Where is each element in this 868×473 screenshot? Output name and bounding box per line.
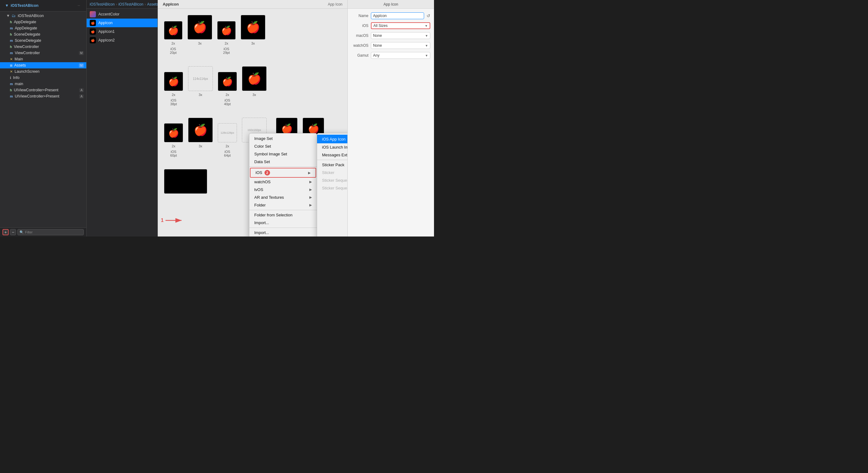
project-icon: ▼ xyxy=(5,3,9,8)
icon-row-1: 🍎 2x 🍎 3x 🍎 2x xyxy=(164,15,266,45)
breadcrumb-item-3[interactable]: Assets xyxy=(147,2,158,6)
menu-label: Sticker Pack xyxy=(322,162,344,167)
icon-cell-3x-a: 🍎 3x xyxy=(187,15,212,45)
icon-box-placeholder[interactable]: 128x128px xyxy=(218,123,237,142)
menu-item-watchos[interactable]: tvOS ▶ xyxy=(249,186,317,194)
icon-box[interactable]: 🍎 xyxy=(218,72,237,91)
icon-cell-2x-e: 🍎 2x xyxy=(164,123,183,148)
menu-item-symbolimageset[interactable]: Symbol Image Set xyxy=(249,150,317,158)
sidebar-item-launchscreen[interactable]: ✕ LaunchScreen xyxy=(0,68,86,75)
menu-item-colorset[interactable]: Color Set xyxy=(249,142,317,150)
sidebar-item-scenedelegate-m[interactable]: m SceneDelegate xyxy=(0,37,86,43)
menu-item-imageset[interactable]: Image Set xyxy=(249,135,317,142)
menu-item-macos[interactable]: watchOS ▶ xyxy=(249,178,317,186)
macos-select[interactable]: None ▼ xyxy=(371,32,430,39)
menu-label: Sticker Sequence xyxy=(322,178,347,183)
size-hint3: 192x192px xyxy=(247,128,261,131)
asset-item-appicon2[interactable]: 🍎 AppIcon2 xyxy=(87,36,157,45)
filter-box: 🔍 Filter xyxy=(17,229,84,235)
gamut-select[interactable]: Any ▼ xyxy=(371,52,430,59)
refresh-icon[interactable]: ↺ xyxy=(427,13,430,18)
asset-item-appicon1[interactable]: 🍎 AppIcon1 xyxy=(87,27,157,36)
sidebar-item-uiviewcontroller-m[interactable]: m UIViewController+Present A xyxy=(0,93,86,99)
menu-item-dataset[interactable]: Data Set xyxy=(249,158,317,166)
icon-box[interactable]: 🍎 xyxy=(242,66,267,91)
icon-box[interactable]: 🍎 xyxy=(188,118,213,142)
menu-item-tvos[interactable]: AR and Textures ▶ xyxy=(249,194,317,201)
dropdown-arrow-icon: ▼ xyxy=(425,24,428,28)
menu-label: Sticker Sequence Frame xyxy=(322,186,347,190)
submenu-item-stickersequence: Sticker Sequence xyxy=(317,176,347,184)
breadcrumb-item-2[interactable]: iOSTestABIcon xyxy=(119,2,144,6)
submenu-item-stickerpack[interactable]: Sticker Pack xyxy=(317,161,347,169)
icon-box-wide[interactable] xyxy=(164,169,207,194)
remove-button[interactable]: − xyxy=(10,229,16,235)
size-group-ios64: iOS 64pt xyxy=(218,150,237,157)
menu-label: Image Set xyxy=(254,136,273,141)
menu-label: AR and Textures xyxy=(254,195,284,200)
ios-label3: iOS xyxy=(164,98,183,102)
dropdown-arrow-icon3: ▼ xyxy=(425,44,428,47)
icon-box-placeholder[interactable]: 114x114px xyxy=(188,66,213,91)
sidebar-label: SceneDelegate xyxy=(15,38,41,43)
sidebar-item-uiviewcontroller-h[interactable]: h UIViewController+Present A xyxy=(0,87,86,93)
menu-item-ios[interactable]: iOS 2 ▶ xyxy=(250,168,316,178)
sidebar-item-project[interactable]: ▼ iOSTestABIcon xyxy=(4,2,83,9)
sidebar-item-assets[interactable]: ⊞ Assets M xyxy=(0,62,86,68)
apple-logo-icon: 🍎 xyxy=(193,21,207,34)
menu-item-folder[interactable]: Folder from Selection xyxy=(249,211,317,219)
sidebar-item-appdelegate-m[interactable]: m AppDelegate xyxy=(0,25,86,31)
sidebar-content: ▼ 🗂 iOSTestABIcon h AppDelegate m AppDel… xyxy=(0,11,86,228)
sidebar-item-viewcontroller-m[interactable]: m ViewController M xyxy=(0,50,86,56)
icon-scale-label: 3x xyxy=(198,144,202,148)
sidebar-item-info[interactable]: ℹ Info xyxy=(0,75,86,81)
asset-item-accentcolor[interactable]: AccentColor xyxy=(87,10,157,19)
breadcrumb-item-1[interactable]: iOSTestABIcon xyxy=(90,2,115,6)
ios-select[interactable]: All Sizes ▼ xyxy=(371,22,430,29)
menu-label: Sticker xyxy=(322,170,334,175)
icon-sublabels-row2: iOS 38pt iOS 40pt xyxy=(164,98,267,106)
menu-label: iOS Launch Image (Deprecated) xyxy=(322,145,347,149)
icon-scale-label: 2x xyxy=(225,93,229,96)
filter-icon: 🔍 xyxy=(20,230,24,234)
icon-box[interactable]: 🍎 xyxy=(164,123,183,142)
icon-box[interactable]: 🍎 xyxy=(164,21,183,40)
size-group-ios29: iOS 29pt xyxy=(217,47,236,55)
submenu-item-messagesicon[interactable]: Messages Extension Icon xyxy=(317,151,347,159)
add-button[interactable]: + xyxy=(2,229,9,235)
menu-label: Messages Extension Icon xyxy=(322,153,347,157)
sidebar-item-scenedelegate-h[interactable]: h SceneDelegate xyxy=(0,31,86,37)
icon-box[interactable]: 🍎 xyxy=(164,72,183,91)
watchos-label-field: watchOS xyxy=(351,43,368,48)
pt-label5: 60pt xyxy=(164,153,183,157)
asset-list: AccentColor 🍎 AppIcon 🍎 AppIcon1 🍎 AppIc… xyxy=(87,9,157,237)
watchos-select[interactable]: None ▼ xyxy=(371,42,430,49)
icon-cell-3x-b: 🍎 3x xyxy=(241,15,266,45)
submenu-item-iosappicon[interactable]: iOS App Icon 3 xyxy=(317,135,347,143)
sidebar-item-viewcontroller-h[interactable]: h ViewController xyxy=(0,43,86,50)
apple-logo-icon: 🍎 xyxy=(168,77,179,87)
asset-label: AppIcon2 xyxy=(98,38,115,42)
asset-label: AccentColor xyxy=(98,12,119,17)
icon-box[interactable]: 🍎 xyxy=(217,21,236,40)
icon-cell-2x-d: 🍎 2x xyxy=(218,72,237,96)
sidebar-item-iostestabiconfolder[interactable]: ▼ 🗂 iOSTestABIcon xyxy=(0,13,86,19)
size-hint2: 128x128px xyxy=(221,131,234,134)
content-header: AppIcon App Icon xyxy=(158,0,347,9)
sidebar-label: AppDelegate xyxy=(15,26,37,30)
menu-item-artextures[interactable]: Folder ▶ xyxy=(249,201,317,209)
sidebar-item-appdelegate-h[interactable]: h AppDelegate xyxy=(0,19,86,25)
asset-item-appicon[interactable]: 🍎 AppIcon xyxy=(87,19,157,27)
submenu-item-ioslaunchimage[interactable]: iOS Launch Image (Deprecated) xyxy=(317,143,347,151)
sidebar-item-main[interactable]: ✕ Main xyxy=(0,56,86,62)
menu-label: tvOS xyxy=(254,187,263,192)
sidebar-item-main-m[interactable]: m main xyxy=(0,81,86,87)
menu-item-folderfromselection[interactable]: Import... xyxy=(249,219,317,227)
apple-logo-icon: 🍎 xyxy=(168,128,179,138)
project-header: ▼ iOSTestABIcon xyxy=(0,0,86,11)
icon-box[interactable]: 🍎 xyxy=(241,15,266,40)
apple-logo-icon: 🍎 xyxy=(247,72,261,85)
menu-item-import[interactable]: Import... xyxy=(249,229,317,237)
icon-box[interactable]: 🍎 xyxy=(187,15,212,40)
name-input[interactable]: AppIcon xyxy=(371,12,424,19)
